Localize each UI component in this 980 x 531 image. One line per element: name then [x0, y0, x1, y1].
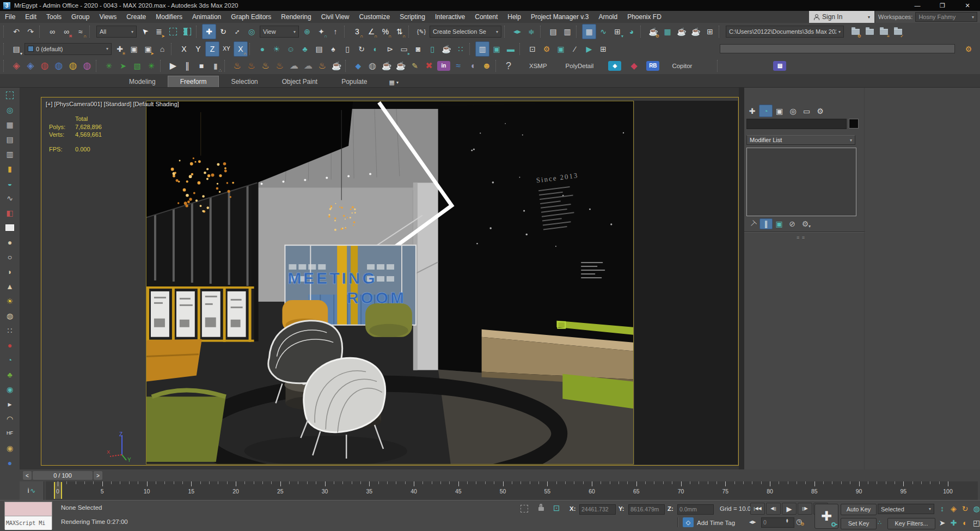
- menu-modifiers[interactable]: Modifiers: [151, 11, 187, 23]
- walk-through-icon[interactable]: ➤: [936, 517, 948, 528]
- play-teal-icon[interactable]: ▶: [582, 41, 596, 57]
- frame-spinner-arrows-icon[interactable]: ◀▶: [749, 520, 756, 524]
- play-animation-button[interactable]: ▶: [782, 503, 797, 515]
- coffee-cup-icon[interactable]: ☕: [394, 58, 408, 74]
- left-red-drop-icon[interactable]: ●: [2, 338, 17, 352]
- left-plant-icon[interactable]: ♣: [2, 367, 17, 382]
- menu-rendering[interactable]: Rendering: [276, 11, 316, 23]
- schematic-view-icon[interactable]: ⊞▾: [610, 24, 624, 39]
- app-window-icon[interactable]: ▤: [773, 61, 786, 71]
- globe-page-icon[interactable]: ◐: [369, 41, 383, 57]
- window-crossing-icon[interactable]: [180, 24, 194, 39]
- select-and-scale-icon[interactable]: ↕: [230, 24, 244, 39]
- camera-viewport[interactable]: [+] [PhysCamera001] [Standard] [Default …: [41, 97, 739, 466]
- rectangular-selection-region-icon[interactable]: [166, 24, 180, 39]
- balloon-icon[interactable]: ●: [255, 41, 270, 57]
- left-grid-b-icon[interactable]: ▤: [2, 132, 17, 147]
- cube-circle-icon[interactable]: ◍: [80, 58, 94, 74]
- menu-customize[interactable]: Customize: [354, 11, 395, 23]
- ribbon-config-button[interactable]: ▦ ▾: [389, 79, 399, 86]
- object-color-swatch[interactable]: [849, 119, 859, 129]
- project-folder-dropdown[interactable]: C:\Users\20122\Documents\3ds Max 2020▾: [726, 26, 844, 38]
- angle-snap-icon[interactable]: ∠∩: [364, 24, 378, 39]
- menu-scripting[interactable]: Scripting: [395, 11, 430, 23]
- pin-stack-icon[interactable]: ⊤: [746, 218, 759, 229]
- xsmp-button[interactable]: XSMP: [524, 60, 552, 72]
- phoenix-fire-icon[interactable]: ◍: [38, 58, 52, 74]
- add-selection-to-layer-icon[interactable]: ▣: [127, 41, 141, 57]
- stop-icon[interactable]: ■: [194, 58, 209, 74]
- snap-toggle-3d-icon[interactable]: 3∩: [350, 24, 364, 39]
- menu-create[interactable]: Create: [121, 11, 151, 23]
- panel-icon[interactable]: ▯: [425, 41, 439, 57]
- mirror-icon[interactable]: ◀▶: [510, 24, 524, 39]
- menu-phoenix-fd[interactable]: Phoenix FD: [622, 11, 666, 23]
- configure-modifier-sets-icon[interactable]: ⚙▾: [799, 218, 812, 229]
- previous-frame-arrow[interactable]: <: [23, 471, 32, 480]
- menu-views[interactable]: Views: [94, 11, 121, 23]
- creature-icon[interactable]: ☺: [284, 41, 298, 57]
- render-presets-icon[interactable]: ⊞: [703, 24, 717, 39]
- left-arc-icon[interactable]: ◠: [2, 411, 17, 426]
- menu-group[interactable]: Group: [66, 11, 94, 23]
- set-current-layer-icon[interactable]: ⌂: [155, 41, 169, 57]
- y-coordinate-field[interactable]: 8616.479m: [628, 504, 665, 515]
- select-and-link-icon[interactable]: ∞: [45, 24, 59, 39]
- gem-icon[interactable]: ◆: [627, 58, 641, 74]
- flyout-arrow-icon[interactable]: ▸: [2, 396, 17, 411]
- monitor-play-icon[interactable]: ▭▸: [397, 41, 411, 57]
- menu-edit[interactable]: Edit: [20, 11, 41, 23]
- molecule-circle-icon[interactable]: ◍: [66, 58, 80, 74]
- select-object-icon[interactable]: ➤: [138, 24, 152, 39]
- left-select-region-icon[interactable]: [2, 88, 17, 102]
- spinner-snap-icon[interactable]: ⇅∩: [393, 24, 407, 39]
- toggle-layer-explorer-icon[interactable]: ▥: [560, 24, 574, 39]
- select-by-name-icon[interactable]: ≣➤: [152, 24, 166, 39]
- help-icon[interactable]: ?: [501, 58, 516, 74]
- key-filters-button[interactable]: Key Filters...: [887, 518, 935, 529]
- left-shaded-sphere-icon[interactable]: ◍: [2, 308, 17, 323]
- smoke-2-icon[interactable]: ☁: [301, 58, 315, 74]
- close-button[interactable]: ✕: [955, 0, 980, 11]
- reference-coordinate-system-dropdown[interactable]: View▾: [260, 26, 299, 38]
- listener-macro-row[interactable]: [5, 502, 52, 516]
- selection-region-icon[interactable]: [520, 505, 528, 512]
- workspace-dropdown[interactable]: Hosny Fahmy ▾: [915, 12, 977, 22]
- selection-filter-dropdown[interactable]: All▾: [96, 26, 137, 38]
- render-production-icon[interactable]: ☕: [675, 24, 689, 39]
- render-setup-icon[interactable]: ☕⚙: [646, 24, 660, 39]
- menu-civil-view[interactable]: Civil View: [316, 11, 354, 23]
- export-arrow-icon[interactable]: ➤: [116, 58, 130, 74]
- fire-2-icon[interactable]: ♨: [244, 58, 259, 74]
- set-key-button[interactable]: Set Key: [841, 518, 877, 529]
- ribbon-tab-modeling[interactable]: Modeling: [117, 76, 168, 87]
- light-icon[interactable]: ☀: [270, 41, 284, 57]
- menu-help[interactable]: Help: [503, 11, 526, 23]
- left-half-disc-icon[interactable]: ◗: [2, 264, 17, 279]
- next-frame-button[interactable]: ||▶: [798, 503, 812, 515]
- render-iterative-icon[interactable]: ☕: [689, 24, 703, 39]
- list-icon[interactable]: ▤: [312, 41, 326, 57]
- modify-tab-icon[interactable]: ◔: [759, 105, 773, 117]
- listener-script-row[interactable]: MAXScript Mi: [5, 516, 52, 530]
- play-icon[interactable]: ▶: [166, 58, 180, 74]
- ribbon-tab-populate[interactable]: Populate: [329, 76, 379, 87]
- minimize-button[interactable]: —: [905, 0, 930, 11]
- left-dots-icon[interactable]: ∷: [2, 323, 17, 338]
- time-tag-icon[interactable]: ◇: [683, 517, 694, 527]
- left-wave-icon[interactable]: ∿: [2, 191, 17, 205]
- select-layer-objects-icon[interactable]: ▣➤: [141, 41, 155, 57]
- toggle-ribbon-icon[interactable]: ▦: [582, 24, 596, 39]
- gear-small-icon[interactable]: ⚙: [540, 41, 554, 57]
- blue-dot-icon[interactable]: ●: [2, 455, 17, 470]
- panel-splitter[interactable]: [739, 88, 744, 469]
- rendered-scene[interactable]: Since 2013: [146, 101, 634, 465]
- left-rectangle-tool-icon[interactable]: [2, 220, 17, 235]
- object-display-icon[interactable]: ▣: [489, 41, 504, 57]
- person-coin-icon[interactable]: ☻: [480, 58, 494, 74]
- auto-key-button[interactable]: Auto Key: [841, 504, 877, 515]
- unlink-selection-icon[interactable]: ∞✖: [59, 24, 74, 39]
- snap-x-constraint-icon[interactable]: X∩: [234, 41, 248, 57]
- z-coordinate-field[interactable]: 0.0mm: [677, 504, 714, 515]
- checker-icon[interactable]: ▧: [130, 58, 144, 74]
